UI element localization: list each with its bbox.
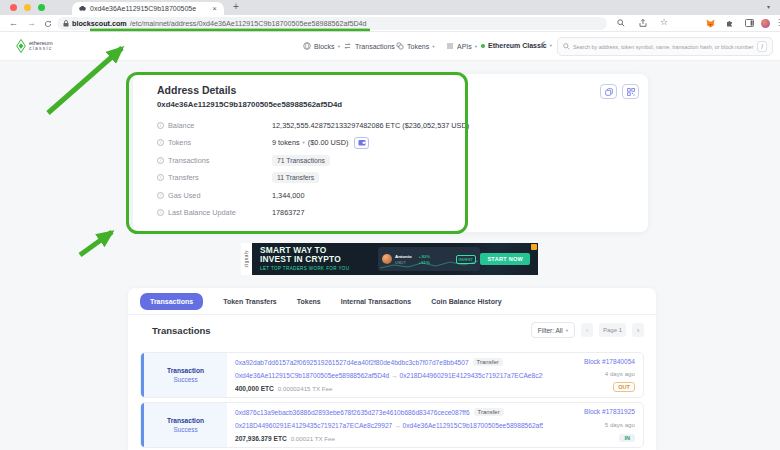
info-icon: i <box>157 122 164 129</box>
gas-used-value: 1,344,000 <box>272 191 304 200</box>
page-next-button[interactable]: › <box>632 323 644 337</box>
window-close-button[interactable] <box>10 4 17 11</box>
transaction-hash-link[interactable]: 0xd876c13a9ebacb36886d2893ebe678f2635d27… <box>235 409 470 416</box>
transaction-hash-link[interactable]: 0xa92dab7dd6157a2f0692519261527d4ea40f2f… <box>235 359 469 366</box>
back-icon[interactable]: ← <box>9 18 18 29</box>
screenshot-root: 0xd4e36Ae112915C9b18700505e × + ▾ ← → bl… <box>0 0 780 450</box>
address-details-card: Address Details 0xd4e36Ae112915C9b187005… <box>133 74 648 232</box>
chevron-down-icon: ▾ <box>566 328 568 333</box>
transfers-row: i Transfers 11 Transfers <box>157 172 628 183</box>
tab-token-transfers[interactable]: Token Transfers <box>223 298 277 305</box>
balance-value: 12,352,555.428752133297482086 ETC ($236,… <box>272 121 469 130</box>
transactions-card: Transactions Token Transfers Tokens Inte… <box>128 288 656 450</box>
tab-transactions[interactable]: Transactions <box>140 293 203 310</box>
balance-row: i Balance 12,352,555.428752133297482086 … <box>157 120 628 131</box>
nav-transactions[interactable]: Transactions ▾ <box>344 42 400 50</box>
direction-badge: IN <box>619 434 635 442</box>
tokens-dropdown[interactable]: 9 tokens <box>272 138 300 147</box>
from-address-link[interactable]: 0xd4e36Ae112915C9b18700505ee58988562af5D… <box>235 372 389 379</box>
to-address-link[interactable]: 0x218D44960291E4129435c719217a7ECAe8c299… <box>400 372 543 379</box>
bookmark-star-icon[interactable]: ☆ <box>660 17 668 27</box>
tab-title: 0xd4e36Ae112915C9b18700505e <box>90 5 208 12</box>
direction-badge: OUT <box>613 382 635 392</box>
browser-menu-icon[interactable]: ⋮ <box>775 18 780 27</box>
section-title: Transactions <box>152 325 211 336</box>
reload-icon[interactable] <box>44 20 52 28</box>
transaction-status-tile: Transaction Success <box>141 403 227 447</box>
chevron-down-icon: ▾ <box>303 140 305 145</box>
block-link[interactable]: Block #17831925 <box>584 408 635 415</box>
transaction-amount: 207,936.379 ETC <box>235 435 287 442</box>
forward-icon[interactable]: → <box>27 18 36 29</box>
browser-tab[interactable]: 0xd4e36Ae112915C9b18700505e × <box>72 2 224 15</box>
filter-button[interactable]: Filter: All ▾ <box>531 322 575 338</box>
ad-trader-name: Antonio <box>395 254 412 259</box>
ad-sparkline <box>378 260 480 270</box>
tab-close-icon[interactable]: × <box>212 5 217 13</box>
tab-search-chevron-icon[interactable]: ▾ <box>767 3 770 10</box>
search-input[interactable] <box>573 44 754 50</box>
dark-mode-toggle-icon[interactable]: ☾ <box>541 40 549 50</box>
tab-tokens[interactable]: Tokens <box>297 298 321 305</box>
nav-apis[interactable]: APIs ▾ <box>446 42 477 50</box>
search-shortcut-key: / <box>757 41 767 52</box>
logo-line2: classic <box>29 46 53 52</box>
from-address-link[interactable]: 0x218D44960291E4129435c719217a7ECAe8c299… <box>235 422 392 429</box>
transactions-count-badge[interactable]: 71 Transactions <box>272 155 330 166</box>
url-path: /etc/mainnet/address/0xd4e36Ae112915C9b1… <box>130 19 367 28</box>
side-panel-icon[interactable] <box>745 19 754 27</box>
tokens-usd-value: ($0.00 USD) <box>308 138 349 147</box>
site-search[interactable]: / <box>557 37 773 56</box>
info-icon: i <box>157 192 164 199</box>
nav-tokens[interactable]: Tokens ▾ <box>396 42 434 50</box>
info-icon: i <box>157 139 164 146</box>
copy-icon <box>605 88 613 96</box>
banner-ad[interactable]: zignaly SMART WAY TO INVEST IN CRYPTO LE… <box>241 243 538 275</box>
transaction-kind-badge: Transfer <box>473 358 503 366</box>
window-zoom-button[interactable] <box>38 4 45 11</box>
transfers-count-badge[interactable]: 11 Transfers <box>272 172 319 183</box>
apis-icon <box>446 42 454 50</box>
lock-icon <box>63 20 69 27</box>
block-link[interactable]: Block #17840054 <box>584 358 635 365</box>
ad-cta-button[interactable]: START NOW <box>480 253 530 265</box>
page-indicator: Page 1 <box>599 323 626 337</box>
share-icon[interactable] <box>639 19 647 27</box>
page-prev-button[interactable]: ‹ <box>581 323 593 337</box>
transaction-fee: 0.00021 TX Fee <box>291 435 335 442</box>
transactions-icon <box>344 42 352 50</box>
status-badge: Success <box>173 426 197 433</box>
address-hash: 0xd4e36Ae112915C9b18700505ee58988562af5D… <box>157 100 342 109</box>
tab-internal-transactions[interactable]: Internal Transactions <box>341 298 411 305</box>
metamask-extension-icon[interactable] <box>706 19 715 28</box>
nav-blocks[interactable]: Blocks ▾ <box>303 42 340 50</box>
transaction-row[interactable]: Transaction Success 0xd876c13a9ebacb3688… <box>140 402 644 448</box>
copy-address-button[interactable] <box>600 84 617 99</box>
info-icon: i <box>157 209 164 216</box>
ad-choices-icon[interactable] <box>531 244 537 250</box>
chevron-down-icon: ▾ <box>432 44 434 49</box>
blockscout-favicon <box>79 5 86 12</box>
search-icon[interactable] <box>617 19 625 27</box>
network-status-dot <box>481 44 485 48</box>
etc-diamond-icon <box>16 39 26 53</box>
window-minimize-button[interactable] <box>24 4 31 11</box>
tab-coin-balance-history[interactable]: Coin Balance History <box>431 298 501 305</box>
extensions-puzzle-icon[interactable] <box>726 19 734 27</box>
qr-code-button[interactable] <box>622 84 639 99</box>
to-address-link[interactable]: 0xd4e36Ae112915C9b18700505ee58988562af5D… <box>403 422 543 429</box>
tokens-icon <box>396 42 404 50</box>
wallet-button[interactable] <box>354 137 369 149</box>
transaction-amount: 400,000 ETC <box>235 385 274 392</box>
etc-logo[interactable]: ethereum classic <box>16 39 53 53</box>
address-bar[interactable]: blockscout.com/etc/mainnet/address/0xd4e… <box>57 17 607 30</box>
search-icon <box>563 43 570 50</box>
ad-trader-card: Antonio USDT +30% +61% INVEST <box>378 247 480 271</box>
profile-avatar[interactable] <box>761 19 770 28</box>
transaction-row[interactable]: Transaction Success 0xa92dab7dd6157a2f06… <box>140 352 644 398</box>
ad-trader-stat: +30% <box>419 254 430 259</box>
new-tab-button[interactable]: + <box>233 1 239 12</box>
last-balance-update-row: i Last Balance Update 17863727 <box>157 207 628 218</box>
tab-bar: Transactions Token Transfers Tokens Inte… <box>128 288 656 315</box>
browser-tab-strip: 0xd4e36Ae112915C9b18700505e × + ▾ <box>0 0 780 15</box>
